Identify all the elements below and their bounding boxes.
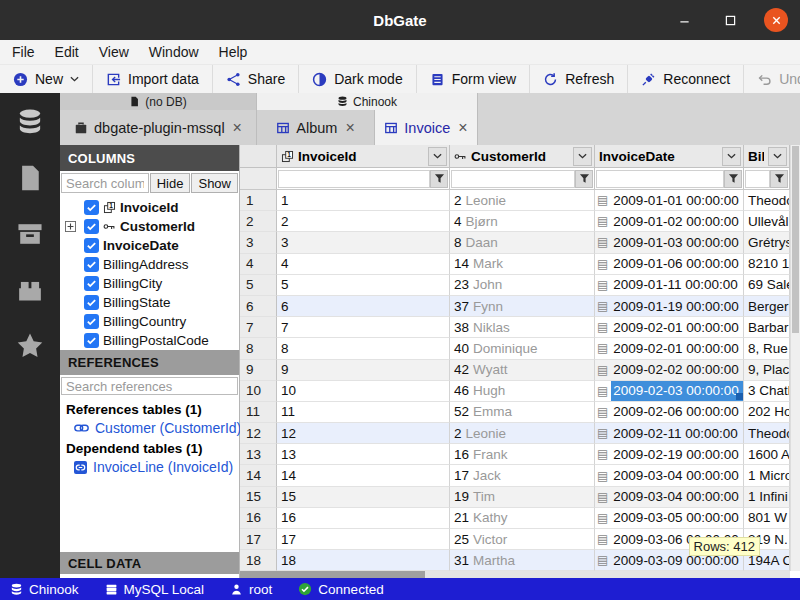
cell-invoicedate[interactable]: ▤2009-03-04 00:00:00 xyxy=(595,487,744,508)
cell-billingaddress[interactable]: 9, Plac xyxy=(744,360,790,381)
toolbar-import-data-button[interactable]: Import data xyxy=(93,65,213,93)
toolbar-undo-button[interactable]: Undo xyxy=(744,65,800,93)
cell-invoiceid[interactable]: 7 xyxy=(277,317,450,338)
cell-customerid[interactable]: 19Tim xyxy=(450,487,595,508)
cell-customerid[interactable]: 4Bjørn xyxy=(450,211,595,232)
checkbox-checked[interactable] xyxy=(84,333,99,348)
cell-invoicedate[interactable]: ▤2009-02-03 00:00:00 xyxy=(595,381,744,402)
cell-customerid[interactable]: 52Emma xyxy=(450,402,595,423)
cell-invoicedate[interactable]: ▤2009-01-01 00:00:00 xyxy=(595,190,744,211)
cell-billingaddress[interactable]: 3 Chatl xyxy=(744,381,790,402)
cell-customerid[interactable]: 38Niklas xyxy=(450,317,595,338)
cell-invoiceid[interactable]: 11 xyxy=(277,402,450,423)
row-number[interactable]: 4 xyxy=(240,254,277,275)
row-number[interactable]: 11 xyxy=(240,402,277,423)
column-header-customerid[interactable]: CustomerId xyxy=(450,145,595,168)
sidebar-favorites-icon[interactable] xyxy=(15,331,45,361)
cell-value[interactable]: 2009-01-01 00:00:00 xyxy=(611,190,743,210)
cell-invoicedate[interactable]: ▤2009-03-04 00:00:00 xyxy=(595,465,744,486)
cell-invoicedate[interactable]: ▤2009-01-06 00:00:00 xyxy=(595,254,744,275)
cell-billingaddress[interactable]: 1600 A xyxy=(744,444,790,465)
cell-billingaddress[interactable]: Barbar xyxy=(744,317,790,338)
cell-billingaddress[interactable]: 69 Sale xyxy=(744,275,790,296)
column-item-customerid[interactable]: CustomerId xyxy=(60,217,239,236)
cell-billingaddress[interactable]: Theodo xyxy=(744,190,790,211)
cell-invoiceid[interactable]: 9 xyxy=(277,360,450,381)
row-number[interactable]: 1 xyxy=(240,190,277,211)
filter-input-invoicedate[interactable] xyxy=(596,170,724,188)
maximize-button[interactable] xyxy=(718,8,742,32)
minimize-button[interactable] xyxy=(672,8,696,32)
cell-value[interactable]: 2009-02-02 00:00:00 xyxy=(611,360,743,380)
column-item-billingaddress[interactable]: BillingAddress xyxy=(60,255,239,274)
cell-customerid[interactable]: 21Kathy xyxy=(450,508,595,529)
tab-invoice[interactable]: Invoice× xyxy=(375,110,478,145)
column-item-invoicedate[interactable]: InvoiceDate xyxy=(60,236,239,255)
cell-invoicedate[interactable]: ▤2009-02-02 00:00:00 xyxy=(595,360,744,381)
cell-invoiceid[interactable]: 6 xyxy=(277,296,450,317)
cell-invoiceid[interactable]: 5 xyxy=(277,275,450,296)
checkbox-checked[interactable] xyxy=(84,238,99,253)
hide-button[interactable]: Hide xyxy=(150,173,191,193)
scrollbar-thumb[interactable] xyxy=(240,571,425,578)
cell-value[interactable]: 2009-03-04 00:00:00 xyxy=(611,487,743,507)
menu-edit[interactable]: Edit xyxy=(45,40,89,64)
column-header-billingaddress[interactable]: BillingAddress xyxy=(744,145,790,168)
checkbox-checked[interactable] xyxy=(84,219,99,234)
column-item-billingpostalcode[interactable]: BillingPostalCode xyxy=(60,331,239,350)
cell-customerid[interactable]: 14Mark xyxy=(450,254,595,275)
sidebar-database-icon[interactable] xyxy=(15,107,45,137)
tab-dbgate-plugin-mssql[interactable]: dbgate-plugin-mssql× xyxy=(60,110,257,145)
cell-value[interactable]: 2009-02-01 00:00:00 xyxy=(611,317,743,337)
row-number[interactable]: 2 xyxy=(240,211,277,232)
cell-invoicedate[interactable]: ▤2009-02-01 00:00:00 xyxy=(595,317,744,338)
close-tab-icon[interactable]: × xyxy=(458,120,467,136)
search-columns-input[interactable] xyxy=(61,173,149,193)
cell-invoiceid[interactable]: 3 xyxy=(277,232,450,253)
cell-value[interactable]: 2009-03-04 00:00:00 xyxy=(611,465,743,485)
cell-billingaddress[interactable]: 8, Rue xyxy=(744,338,790,359)
cell-invoicedate[interactable]: ▤2009-02-11 00:00:00 xyxy=(595,423,744,444)
row-number[interactable]: 12 xyxy=(240,423,277,444)
column-menu-button[interactable] xyxy=(722,147,741,166)
row-number[interactable]: 3 xyxy=(240,232,277,253)
horizontal-scrollbar[interactable] xyxy=(240,571,790,578)
cell-invoicedate[interactable]: ▤2009-01-03 00:00:00 xyxy=(595,232,744,253)
cell-invoicedate[interactable]: ▤2009-01-19 00:00:00 xyxy=(595,296,744,317)
cell-customerid[interactable]: 25Victor xyxy=(450,529,595,550)
filter-funnel-icon[interactable] xyxy=(770,170,788,188)
cell-invoicedate[interactable]: ▤2009-03-05 00:00:00 xyxy=(595,508,744,529)
cell-invoicedate[interactable]: ▤2009-01-11 00:00:00 xyxy=(595,275,744,296)
row-number[interactable]: 5 xyxy=(240,275,277,296)
column-item-billingstate[interactable]: BillingState xyxy=(60,293,239,312)
row-number[interactable]: 16 xyxy=(240,508,277,529)
filter-input-billingaddress[interactable] xyxy=(745,170,770,188)
search-references-input[interactable] xyxy=(61,377,238,395)
statusbar-root[interactable]: root xyxy=(230,582,272,597)
row-number[interactable]: 18 xyxy=(240,550,277,571)
cell-billingaddress[interactable]: 1 Micro xyxy=(744,465,790,486)
close-tab-icon[interactable]: × xyxy=(345,120,354,136)
checkbox-checked[interactable] xyxy=(84,295,99,310)
cell-customerid[interactable]: 16Frank xyxy=(450,444,595,465)
cell-invoiceid[interactable]: 8 xyxy=(277,338,450,359)
menu-window[interactable]: Window xyxy=(139,40,209,64)
toolbar-dark-mode-button[interactable]: Dark mode xyxy=(299,65,416,93)
cell-invoiceid[interactable]: 14 xyxy=(277,465,450,486)
toolbar-new-button[interactable]: New xyxy=(0,65,93,93)
cell-billingaddress[interactable]: Ullevål xyxy=(744,211,790,232)
cell-billingaddress[interactable]: 1 Infini xyxy=(744,487,790,508)
filter-funnel-icon[interactable] xyxy=(724,170,742,188)
cell-invoiceid[interactable]: 17 xyxy=(277,529,450,550)
column-header-invoicedate[interactable]: InvoiceDate xyxy=(595,145,744,168)
menu-file[interactable]: File xyxy=(2,40,45,64)
cell-invoiceid[interactable]: 12 xyxy=(277,423,450,444)
toolbar-refresh-button[interactable]: Refresh xyxy=(530,65,628,93)
menu-help[interactable]: Help xyxy=(209,40,258,64)
statusbar-connected[interactable]: Connected xyxy=(298,582,383,597)
cell-invoicedate[interactable]: ▤2009-02-19 00:00:00 xyxy=(595,444,744,465)
column-menu-button[interactable] xyxy=(768,147,787,166)
cell-invoiceid[interactable]: 16 xyxy=(277,508,450,529)
row-number[interactable]: 8 xyxy=(240,338,277,359)
cell-value[interactable]: 2009-02-01 00:00:00 xyxy=(611,338,743,358)
